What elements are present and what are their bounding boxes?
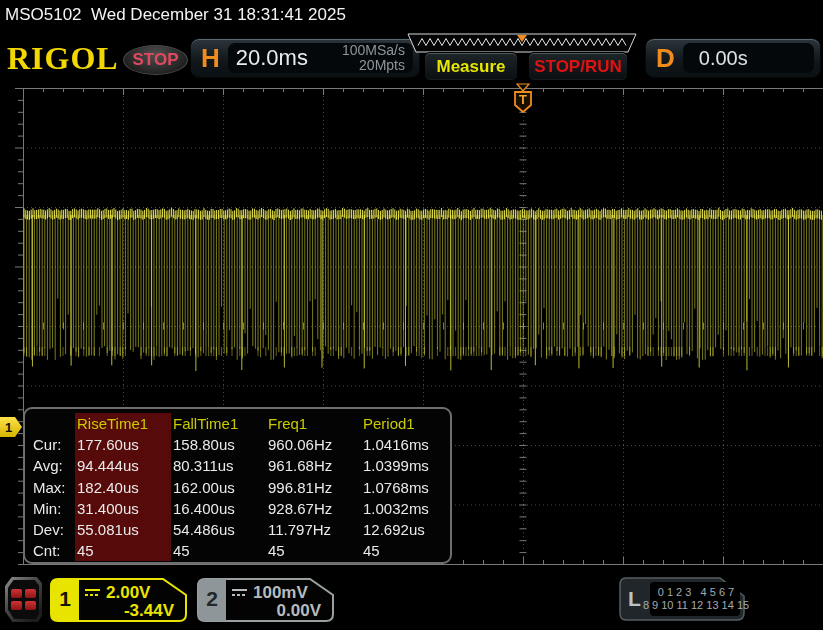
channel2-number: 2 (202, 587, 222, 611)
rigol-logo: RIGOL (7, 40, 119, 77)
measure-value: 11.797Hz (266, 519, 361, 540)
measure-value: 45 (361, 540, 452, 561)
measure-col-header: FallTime1 (171, 413, 266, 434)
measure-value: 182.40us (75, 477, 171, 498)
stop-run-button[interactable]: STOP/RUN (528, 52, 628, 81)
measure-col-header: Freq1 (266, 413, 361, 434)
channel1-offset: -3.44V (124, 601, 174, 621)
measure-value: 177.60us (75, 434, 171, 455)
measure-value: 961.68Hz (266, 455, 361, 476)
row-label: Max: (31, 477, 75, 498)
sample-rate-memdepth: 100MSa/s20Mpts (342, 43, 405, 73)
measure-value: 1.0399ms (361, 455, 452, 476)
row-label: Cur: (31, 434, 75, 455)
measure-value: 16.400us (171, 498, 266, 519)
measure-value: 1.0416ms (361, 434, 452, 455)
measure-value: 31.400us (75, 498, 171, 519)
measure-value: 45 (266, 540, 361, 561)
measure-value: 54.486us (171, 519, 266, 540)
horizontal-settings-panel[interactable]: H 20.0ms 100MSa/s20Mpts (190, 38, 420, 78)
measure-value: 12.692us (361, 519, 452, 540)
trigger-delay-panel[interactable]: D 0.00s (645, 38, 821, 78)
measure-value: 45 (171, 540, 266, 561)
timebase-value: 20.0ms (236, 45, 308, 71)
menu-grid-button[interactable] (5, 577, 42, 622)
channel2-scale: 100mV (253, 583, 308, 603)
bottom-status-bar: 1 2.00V -3.44V 2 100mV 0.00V L 0 1 2 3 4… (0, 571, 823, 630)
trigger-triangle-icon (517, 84, 529, 91)
memory-depth: 20Mpts (359, 57, 405, 73)
dc-coupling-icon (232, 588, 248, 598)
measurement-table: RiseTime1 FallTime1 Freq1 Period1 Cur: 1… (23, 407, 452, 564)
measure-value: 158.80us (171, 434, 266, 455)
trigger-position-marker[interactable]: T (510, 83, 536, 113)
delay-label: D (656, 43, 675, 74)
measure-value: 45 (75, 540, 171, 561)
channel1-number: 1 (55, 587, 75, 611)
logic-channel-numbers: 0 1 2 3 4 5 6 78 9 10 11 12 13 14 15 (652, 583, 740, 615)
measure-value: 996.81Hz (266, 477, 361, 498)
delay-value: 0.00s (691, 47, 748, 70)
row-label: Cnt: (31, 540, 75, 561)
measure-value: 94.444us (75, 455, 171, 476)
channel2-badge[interactable]: 2 100mV 0.00V (197, 578, 334, 622)
row-label: Avg: (31, 455, 75, 476)
table-corner (31, 413, 75, 434)
trigger-marker-letter: T (519, 92, 527, 107)
horizontal-inner: 20.0ms 100MSa/s20Mpts (228, 43, 413, 73)
measure-value: 80.311us (171, 455, 266, 476)
menu-grid-icon (8, 580, 39, 619)
channel2-offset: 0.00V (277, 601, 321, 621)
row-label: Dev: (31, 519, 75, 540)
measure-value: 960.06Hz (266, 434, 361, 455)
delay-inner: 0.00s (683, 43, 814, 73)
measure-value: 55.081us (75, 519, 171, 540)
row-label: Min: (31, 498, 75, 519)
channel1-badge[interactable]: 1 2.00V -3.44V (50, 578, 187, 622)
measure-value: 928.67Hz (266, 498, 361, 519)
logic-label: L (628, 587, 641, 611)
measure-value: 162.00us (171, 477, 266, 498)
measure-button[interactable]: Measure (424, 52, 518, 81)
measure-col-header: Period1 (361, 413, 452, 434)
measure-value: 1.0032ms (361, 498, 452, 519)
acquisition-status-badge: STOP (123, 45, 188, 75)
logic-channels-badge[interactable]: L 0 1 2 3 4 5 6 78 9 10 11 12 13 14 15 (616, 576, 746, 622)
measure-value: 1.0768ms (361, 477, 452, 498)
horizontal-label: H (201, 43, 220, 74)
channel1-scale: 2.00V (106, 583, 150, 603)
dc-coupling-icon (85, 588, 101, 598)
model-and-datetime: MSO5102 Wed December 31 18:31:41 2025 (5, 5, 346, 25)
sample-rate: 100MSa/s (342, 42, 405, 58)
oscilloscope-screen: MSO5102 Wed December 31 18:31:41 2025 RI… (0, 0, 823, 630)
measure-col-header: RiseTime1 (75, 413, 171, 434)
timebase-overview-strip[interactable] (406, 33, 638, 54)
